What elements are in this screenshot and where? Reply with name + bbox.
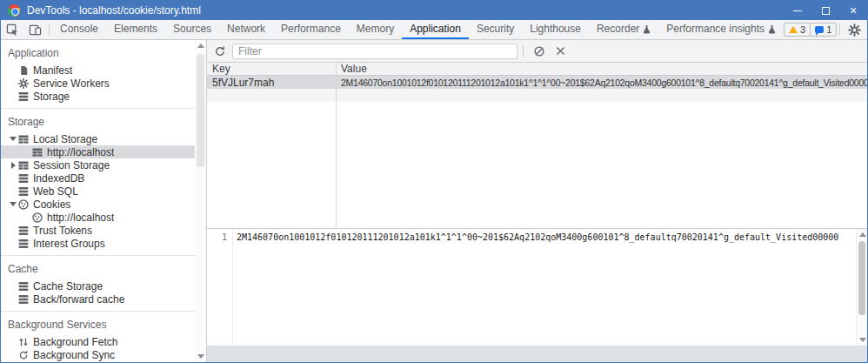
sidebar-scrollbar[interactable] [195, 40, 206, 362]
table-icon [18, 134, 29, 145]
experiment-flask-icon [768, 24, 776, 34]
preview-scroll-thumb[interactable] [858, 241, 865, 315]
preview-scroll-down-icon[interactable] [859, 338, 866, 342]
tab-recorder[interactable]: Recorder [589, 20, 658, 39]
sidebar-item-background-fetch[interactable]: Background Fetch [1, 335, 195, 348]
sidebar-item-label: Local Storage [33, 133, 97, 145]
database-icon [18, 225, 29, 236]
tab-label: Performance insights [666, 23, 765, 35]
toggle-device-toolbar-button[interactable] [23, 20, 46, 39]
refresh-button[interactable] [210, 45, 230, 57]
close-icon: × [850, 4, 857, 17]
chrome-logo-icon [8, 4, 20, 17]
sidebar-item-label: Manifest [33, 64, 72, 77]
sidebar-scroll-thumb[interactable] [197, 54, 204, 167]
messages-count: 1 [826, 24, 831, 35]
preview-scroll-up-icon[interactable] [859, 232, 866, 237]
sidebar-item-local-storage[interactable]: Local Storage [1, 132, 195, 145]
sidebar-item-label: IndexedDB [33, 172, 84, 185]
table-header[interactable]: Key Value [207, 63, 867, 76]
sidebar-item-label: Background Fetch [33, 336, 117, 348]
sidebar-item-storage[interactable]: Storage [1, 90, 195, 103]
gear-icon [848, 24, 861, 37]
preview-scrollbar[interactable] [856, 229, 867, 346]
storage-items-table: Key Value 5fVJLur7mah 2M146070on1001012f… [207, 63, 867, 228]
tab-application[interactable]: Application [402, 20, 469, 39]
minimize-button[interactable] [784, 1, 811, 20]
messages-badge[interactable]: 1 [810, 23, 837, 37]
sidebar-item-label: Web SQL [33, 185, 78, 198]
x-icon [555, 45, 566, 57]
sidebar-item-cookies[interactable]: Cookies [1, 198, 195, 211]
sidebar-item-http-localhost[interactable]: http://localhost [1, 145, 195, 158]
sidebar-item-label: Cache Storage [33, 280, 103, 292]
minimize-icon [793, 10, 802, 11]
tab-sources[interactable]: Sources [165, 20, 219, 39]
settings-button[interactable] [843, 24, 865, 37]
chevron-right-icon[interactable] [8, 162, 18, 169]
devtools-content: ApplicationManifestService WorkersStorag… [1, 40, 867, 362]
maximize-button[interactable] [811, 1, 839, 20]
table-row-empty[interactable] [207, 89, 867, 102]
tab-elements[interactable]: Elements [106, 20, 165, 39]
refresh-icon [214, 45, 226, 57]
sidebar-tree: ApplicationManifestService WorkersStorag… [1, 40, 195, 362]
sidebar-item-label: http://localhost [47, 146, 114, 158]
sidebar-item-indexeddb[interactable]: IndexedDB [1, 171, 195, 185]
inspect-element-button[interactable] [1, 20, 23, 39]
fetch-icon [18, 337, 29, 347]
table-row[interactable]: 5fVJLur7mah 2M146070on1001012f0101201112… [207, 76, 867, 89]
file-icon [18, 65, 29, 76]
storage-toolbar [207, 40, 867, 63]
table-empty-area [207, 102, 867, 228]
sidebar-item-web-sql[interactable]: Web SQL [1, 185, 195, 198]
window-controls: × [784, 1, 867, 20]
chevron-down-icon[interactable] [8, 137, 18, 141]
table-icon [32, 147, 43, 158]
sidebar-item-label: Service Workers [33, 77, 110, 90]
sidebar-item-back-forward-cache[interactable]: Back/forward cache [1, 292, 195, 306]
filter-input[interactable] [232, 44, 517, 59]
sidebar-item-trust-tokens[interactable]: Trust Tokens [1, 224, 195, 237]
sidebar-section-cache: CacheCache StorageBack/forward cache [1, 256, 195, 312]
sidebar-item-cache-storage[interactable]: Cache Storage [1, 279, 195, 292]
storage-key-cell[interactable]: 5fVJLur7mah [207, 77, 336, 89]
tab-performance[interactable]: Performance [273, 20, 349, 39]
sidebar-item-manifest[interactable]: Manifest [1, 64, 195, 77]
warnings-badge[interactable]: 3 [784, 23, 811, 37]
section-title: Application [1, 40, 195, 64]
scroll-up-icon[interactable] [197, 44, 204, 48]
scroll-down-icon[interactable] [197, 354, 204, 359]
tab-lighthouse[interactable]: Lighthouse [522, 20, 589, 39]
maximize-icon [822, 7, 830, 15]
tab-console[interactable]: Console [52, 20, 106, 39]
sidebar-item-background-sync[interactable]: Background Sync [1, 348, 195, 361]
column-resize-handle[interactable] [336, 63, 337, 228]
gear-icon [18, 78, 29, 89]
tab-network[interactable]: Network [219, 20, 273, 39]
sidebar-item-http-localhost[interactable]: http://localhost [1, 211, 195, 224]
tab-label: Network [227, 23, 265, 35]
tab-label: Application [410, 23, 461, 35]
tab-security[interactable]: Security [469, 20, 522, 39]
delete-all-button[interactable] [529, 45, 550, 57]
chevron-down-icon[interactable] [8, 202, 18, 206]
sidebar-section-application: ApplicationManifestService WorkersStorag… [1, 40, 195, 109]
sidebar-item-notifications[interactable]: Notifications [1, 361, 195, 362]
sidebar-item-service-workers[interactable]: Service Workers [1, 77, 195, 90]
close-button[interactable]: × [839, 1, 867, 20]
sidebar-item-interest-groups[interactable]: Interest Groups [1, 237, 195, 250]
storage-value-cell[interactable]: 2M146070on1001012f010120111201012a101k1^… [336, 77, 867, 88]
value-preview-text[interactable]: 2M146070on1001012f010120111201012a101k1^… [233, 229, 867, 346]
column-header-value[interactable]: Value [336, 63, 867, 75]
warnings-count: 3 [800, 24, 805, 35]
delete-selected-button[interactable] [550, 45, 571, 57]
devtools-window: DevTools - localhost/cookie/story.html ×… [0, 0, 868, 363]
column-header-key[interactable]: Key [207, 63, 336, 75]
sync-icon [18, 350, 29, 360]
tab-memory[interactable]: Memory [349, 20, 402, 39]
tab-performance-insights[interactable]: Performance insights [658, 20, 784, 39]
sidebar-item-label: Notifications [33, 362, 90, 363]
sidebar-item-session-storage[interactable]: Session Storage [1, 158, 195, 171]
sidebar-section-storage: StorageLocal Storagehttp://localhostSess… [1, 109, 195, 256]
